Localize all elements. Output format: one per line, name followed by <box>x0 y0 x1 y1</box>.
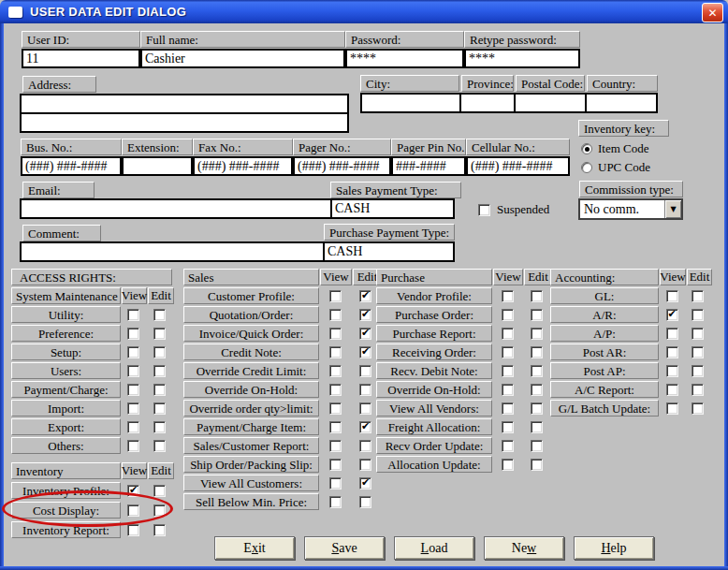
edit-checkbox[interactable] <box>153 309 166 321</box>
sales-payment-type-input[interactable] <box>330 198 455 219</box>
view-checkbox[interactable] <box>329 365 342 377</box>
edit-checkbox[interactable] <box>153 346 166 358</box>
view-checkbox[interactable] <box>329 496 342 508</box>
edit-checkbox[interactable] <box>531 290 543 302</box>
user-id-input[interactable] <box>22 49 140 68</box>
edit-checkbox[interactable] <box>531 421 543 433</box>
new-button[interactable]: New <box>484 536 564 560</box>
edit-checkbox[interactable] <box>531 384 543 396</box>
view-checkbox[interactable] <box>127 328 139 340</box>
edit-checkbox[interactable] <box>359 346 371 358</box>
city-input[interactable] <box>360 93 461 113</box>
pager-no-input[interactable] <box>293 156 391 176</box>
exit-button[interactable]: Exit <box>214 536 295 560</box>
edit-checkbox[interactable] <box>359 421 371 433</box>
close-icon[interactable]: ✕ <box>702 3 723 22</box>
edit-checkbox[interactable] <box>153 384 166 396</box>
view-checkbox[interactable] <box>329 459 342 471</box>
view-checkbox[interactable] <box>329 384 342 396</box>
view-checkbox[interactable] <box>666 309 678 321</box>
edit-checkbox[interactable] <box>692 346 704 358</box>
load-button[interactable]: Load <box>394 536 474 560</box>
suspended-checkbox[interactable] <box>478 204 490 216</box>
view-checkbox[interactable] <box>502 309 514 321</box>
address-line1-input[interactable] <box>20 94 349 114</box>
view-checkbox[interactable] <box>127 309 139 321</box>
postal-code-input[interactable] <box>514 93 587 113</box>
edit-checkbox[interactable] <box>153 365 166 377</box>
view-checkbox[interactable] <box>127 346 139 358</box>
province-input[interactable] <box>459 93 516 113</box>
view-checkbox[interactable] <box>329 328 342 340</box>
edit-checkbox[interactable] <box>153 402 166 415</box>
edit-checkbox[interactable] <box>531 365 543 377</box>
edit-checkbox[interactable] <box>359 309 371 321</box>
view-checkbox[interactable] <box>502 459 514 471</box>
view-checkbox[interactable] <box>502 440 514 452</box>
edit-checkbox[interactable] <box>359 290 371 302</box>
commission-type-select[interactable]: No comm. ▼ <box>578 198 683 220</box>
view-checkbox[interactable] <box>127 440 139 452</box>
view-checkbox[interactable] <box>502 328 514 340</box>
email-input[interactable] <box>20 198 337 219</box>
edit-checkbox[interactable] <box>153 328 166 340</box>
view-checkbox[interactable] <box>666 365 678 377</box>
retype-password-input[interactable] <box>464 49 580 68</box>
edit-checkbox[interactable] <box>531 440 543 452</box>
edit-checkbox[interactable] <box>531 346 543 358</box>
edit-checkbox[interactable] <box>153 485 166 497</box>
view-checkbox[interactable] <box>666 290 678 302</box>
edit-checkbox[interactable] <box>531 459 543 471</box>
view-checkbox[interactable] <box>502 346 514 358</box>
edit-checkbox[interactable] <box>359 459 371 471</box>
view-checkbox[interactable] <box>329 440 342 452</box>
country-input[interactable] <box>585 93 658 113</box>
cellular-no-input[interactable] <box>466 156 570 176</box>
view-checkbox[interactable] <box>329 346 342 358</box>
upc-code-radio[interactable] <box>581 162 592 173</box>
view-checkbox[interactable] <box>127 365 139 377</box>
view-checkbox[interactable] <box>329 290 342 302</box>
edit-checkbox[interactable] <box>153 421 166 433</box>
edit-checkbox[interactable] <box>359 477 371 490</box>
view-checkbox[interactable] <box>329 421 342 433</box>
edit-checkbox[interactable] <box>359 384 371 396</box>
view-checkbox[interactable] <box>127 504 139 517</box>
edit-checkbox[interactable] <box>359 402 371 415</box>
comment-input[interactable] <box>20 241 337 262</box>
view-checkbox[interactable] <box>329 477 342 490</box>
view-checkbox[interactable] <box>127 402 139 415</box>
pager-pin-no-input[interactable] <box>391 156 466 176</box>
edit-checkbox[interactable] <box>153 504 166 517</box>
edit-checkbox[interactable] <box>359 328 371 340</box>
edit-checkbox[interactable] <box>359 365 371 377</box>
extension-input[interactable] <box>122 156 193 176</box>
view-checkbox[interactable] <box>329 402 342 415</box>
view-checkbox[interactable] <box>329 309 342 321</box>
password-input[interactable] <box>345 49 464 68</box>
view-checkbox[interactable] <box>666 328 678 340</box>
view-checkbox[interactable] <box>666 346 678 358</box>
view-checkbox[interactable] <box>127 485 139 497</box>
edit-checkbox[interactable] <box>531 328 543 340</box>
view-checkbox[interactable] <box>502 384 514 396</box>
view-checkbox[interactable] <box>666 384 678 396</box>
purchase-payment-type-input[interactable] <box>323 241 455 262</box>
edit-checkbox[interactable] <box>692 402 704 415</box>
view-checkbox[interactable] <box>502 402 514 415</box>
edit-checkbox[interactable] <box>531 309 543 321</box>
save-button[interactable]: Save <box>304 536 385 560</box>
edit-checkbox[interactable] <box>692 384 704 396</box>
view-checkbox[interactable] <box>502 290 514 302</box>
help-button[interactable]: Help <box>574 536 654 560</box>
view-checkbox[interactable] <box>127 421 139 433</box>
edit-checkbox[interactable] <box>153 440 166 452</box>
edit-checkbox[interactable] <box>359 496 371 508</box>
edit-checkbox[interactable] <box>692 328 704 340</box>
view-checkbox[interactable] <box>502 365 514 377</box>
view-checkbox[interactable] <box>127 524 139 536</box>
chevron-down-icon[interactable]: ▼ <box>664 200 681 218</box>
item-code-radio[interactable] <box>581 143 592 154</box>
view-checkbox[interactable] <box>666 402 678 415</box>
address-line2-input[interactable] <box>20 112 349 133</box>
